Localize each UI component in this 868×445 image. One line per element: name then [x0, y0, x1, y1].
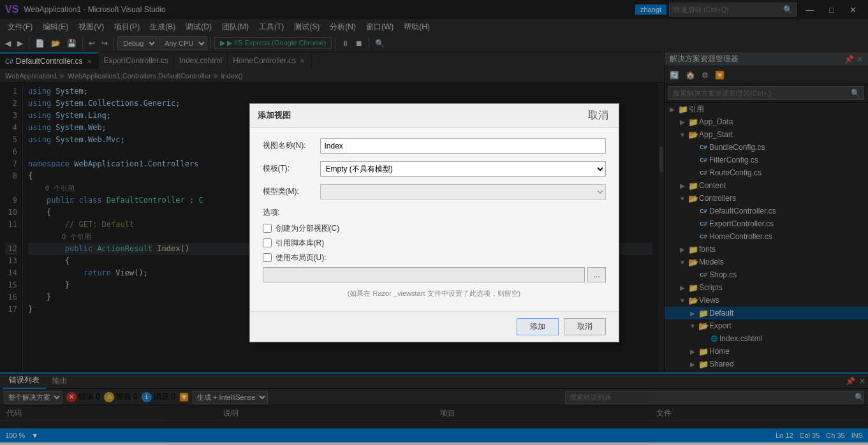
script-lib-checkbox[interactable]: [263, 238, 272, 247]
tree-item-content[interactable]: ▶ 📁 Content: [665, 179, 868, 192]
menu-team[interactable]: 团队(M): [217, 19, 254, 34]
tree-item-fonts[interactable]: ▶ 📁 fonts: [665, 243, 868, 256]
tree-item-references[interactable]: ▶ 📁 引用: [665, 103, 868, 115]
quick-launch-input[interactable]: [669, 3, 797, 17]
error-tab-output[interactable]: 输出: [46, 374, 74, 389]
toolbar-undo[interactable]: ↩: [86, 36, 98, 51]
menu-analyze[interactable]: 分析(N): [325, 19, 361, 34]
menu-file[interactable]: 文件(F): [3, 19, 38, 34]
tree-item-viewstart[interactable]: 🌐 _ViewStart.cshtml: [665, 370, 868, 372]
layout-browse-button[interactable]: ...: [587, 267, 605, 282]
dialog-add-button[interactable]: 添加: [517, 318, 559, 335]
cshtml-icon: 🌐: [708, 335, 719, 342]
layout-path-input[interactable]: [263, 267, 585, 282]
toolbar-redo[interactable]: ↪: [99, 36, 110, 51]
breadcrumb-namespace[interactable]: WebApplication1.Controllers.DefaultContr…: [68, 72, 210, 80]
tree-item-views[interactable]: ▼ 📂 Views: [665, 294, 868, 307]
error-search-input[interactable]: [565, 391, 864, 404]
solution-search-input[interactable]: [668, 86, 864, 100]
toolbar-new[interactable]: 📄: [33, 36, 47, 51]
tree-item-homecontroller[interactable]: C# HomeController.cs: [665, 230, 868, 243]
partial-view-checkbox[interactable]: [263, 224, 272, 233]
error-tab-list[interactable]: 错误列表: [3, 374, 46, 389]
breadcrumb-project[interactable]: WebApplication1: [5, 72, 57, 80]
dialog-close-button[interactable]: 取消: [585, 109, 611, 122]
model-class-select[interactable]: [320, 184, 606, 200]
view-name-label: 视图名称(N):: [263, 140, 320, 151]
tree-item-defaultcontroller[interactable]: C# DefaultController.cs: [665, 205, 868, 217]
col-code[interactable]: 代码: [1, 407, 217, 421]
panel-close-icon[interactable]: ✕: [857, 55, 863, 64]
menu-window[interactable]: 窗口(W): [361, 19, 399, 34]
debug-config-dropdown[interactable]: Debug: [117, 36, 158, 50]
tab-default-controller[interactable]: C# DefaultController.cs ✕: [0, 52, 99, 69]
tree-item-home-folder[interactable]: ▶ 📁 Home: [665, 345, 868, 358]
tree-item-filterconfig[interactable]: C# FilterConfig.cs: [665, 154, 868, 166]
build-filter-select[interactable]: 生成 + IntelliSense: [193, 391, 268, 404]
solution-props[interactable]: ⚙: [699, 68, 711, 83]
breadcrumb-member[interactable]: Index(): [221, 72, 243, 80]
menu-view[interactable]: 视图(V): [73, 19, 109, 34]
minimize-button[interactable]: —: [799, 0, 820, 19]
tree-item-routeconfig[interactable]: C# RouteConfig.cs: [665, 166, 868, 179]
toolbar-back[interactable]: ◀: [3, 36, 13, 51]
tab-home-controller[interactable]: HomeController.cs ✕: [228, 52, 312, 69]
tab-index-cshtml[interactable]: Index.cshtml: [174, 52, 228, 69]
menu-project[interactable]: 项目(P): [109, 19, 145, 34]
tree-item-index-cshtml[interactable]: 🌐 Index.cshtml: [665, 332, 868, 345]
solution-home[interactable]: 🏠: [683, 68, 698, 83]
tree-item-appdata[interactable]: ▶ 📁 App_Data: [665, 115, 868, 128]
toolbar-stop[interactable]: ⏹: [353, 36, 365, 51]
toolbar-open[interactable]: 📂: [48, 36, 63, 51]
menu-debug[interactable]: 调试(D): [180, 19, 217, 34]
tree-item-controllers[interactable]: ▼ 📂 Controllers: [665, 192, 868, 205]
close-button[interactable]: ✕: [843, 0, 863, 19]
tree-label: Views: [699, 296, 719, 305]
panel-pin-icon[interactable]: 📌: [844, 55, 854, 64]
tree-item-bundleconfig[interactable]: C# BundleConfig.cs: [665, 141, 868, 154]
platform-dropdown[interactable]: Any CPU: [159, 36, 207, 50]
col-project[interactable]: 项目: [435, 407, 651, 421]
editor-scrollbar[interactable]: [658, 83, 664, 372]
toolbar-save[interactable]: 💾: [64, 36, 79, 51]
menu-edit[interactable]: 编辑(E): [38, 19, 73, 34]
tree-item-shopcs[interactable]: C# Shop.cs: [665, 268, 868, 281]
tree-label: App_Start: [699, 130, 733, 139]
menu-test[interactable]: 测试(S): [289, 19, 325, 34]
tree-item-models[interactable]: ▼ 📂 Models: [665, 256, 868, 268]
template-select[interactable]: Empty (不具有模型): [320, 161, 606, 177]
menu-tools[interactable]: 工具(T): [254, 19, 289, 34]
error-panel-pin[interactable]: 📌: [846, 377, 855, 386]
tree-label: HomeController.cs: [709, 232, 772, 241]
tab-close-home[interactable]: ✕: [298, 57, 306, 65]
menu-build[interactable]: 生成(B): [145, 19, 180, 34]
view-name-input[interactable]: [320, 138, 606, 154]
scrollbar-thumb[interactable]: [659, 147, 663, 172]
col-file[interactable]: 文件: [651, 407, 867, 421]
cs-file-icon: C#: [698, 144, 709, 150]
scope-select[interactable]: 整个解决方案: [4, 391, 63, 404]
tree-item-appstart[interactable]: ▼ 📂 App_Start: [665, 128, 868, 141]
error-panel-close[interactable]: ✕: [859, 377, 865, 386]
tab-export-controller[interactable]: ExportController.cs: [99, 52, 174, 69]
menu-help[interactable]: 帮助(H): [399, 19, 435, 34]
toolbar-search-symbol[interactable]: 🔍: [372, 36, 387, 51]
toolbar-pause[interactable]: ⏸: [339, 36, 351, 51]
status-zoom-dropdown[interactable]: ▼: [31, 432, 38, 439]
tree-item-shared-folder[interactable]: ▶ 📁 Shared: [665, 358, 868, 370]
maximize-button[interactable]: □: [823, 0, 841, 19]
tree-item-export-folder[interactable]: ▼ 📂 Export: [665, 319, 868, 332]
status-right: Ln 12 Col 35 Ch 35 INS: [776, 432, 863, 439]
tab-close-default[interactable]: ✕: [85, 57, 93, 66]
solution-filter[interactable]: 🔽: [712, 68, 727, 83]
solution-refresh[interactable]: 🔄: [667, 68, 682, 83]
dialog-cancel-button[interactable]: 取消: [564, 318, 606, 335]
tree-item-exportcontroller[interactable]: C# ExportController.cs: [665, 217, 868, 230]
col-desc[interactable]: 说明: [218, 407, 434, 421]
tree-item-default-folder[interactable]: ▶ 📁 Default: [665, 307, 868, 319]
toolbar-forward[interactable]: ▶: [15, 36, 26, 51]
layout-checkbox[interactable]: [263, 253, 272, 262]
tree-label: RouteConfig.cs: [709, 168, 761, 177]
run-button[interactable]: ▶ ▶ IIS Express (Google Chrome): [214, 37, 332, 49]
tree-item-scripts[interactable]: ▶ 📁 Scripts: [665, 281, 868, 294]
